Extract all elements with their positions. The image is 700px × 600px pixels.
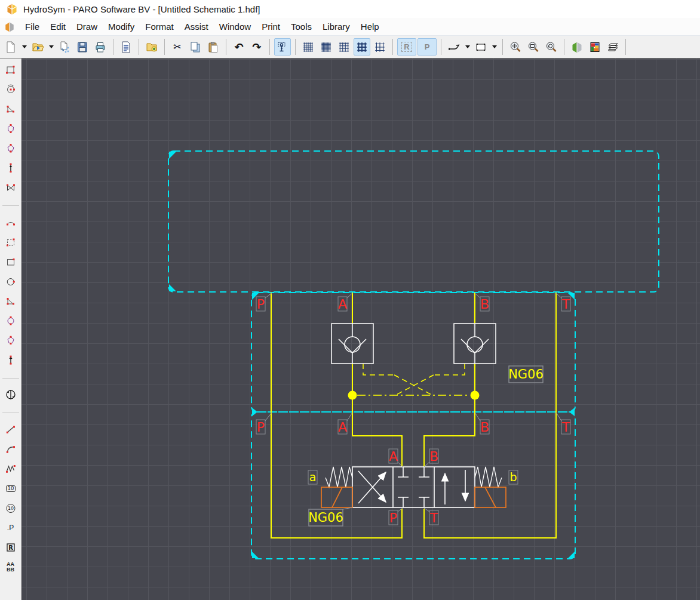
menu-draw[interactable]: Draw (71, 19, 103, 34)
snap-toggle-button[interactable] (274, 38, 291, 56)
layers-icon (606, 41, 619, 54)
grid-density-1-button[interactable] (300, 38, 317, 56)
grid-density-5-button[interactable] (372, 38, 388, 56)
menu-modify[interactable]: Modify (103, 19, 140, 34)
menu-file[interactable]: File (20, 19, 45, 34)
port-label-p-upper[interactable]: P (256, 297, 265, 312)
junction-dot-b[interactable] (471, 391, 480, 400)
menu-help[interactable]: Help (355, 19, 385, 34)
grid-density-3-button[interactable] (336, 38, 352, 56)
reference-label-icon: R (401, 42, 412, 52)
save-button[interactable] (74, 38, 91, 56)
menu-assist[interactable]: Assist (179, 19, 214, 34)
schematic-canvas[interactable]: P A B T P A (22, 59, 700, 600)
preview-button[interactable] (118, 38, 134, 56)
port-label-b-upper[interactable]: B (480, 297, 489, 312)
port-label-a-lower[interactable]: A (338, 420, 347, 435)
line-draw-button[interactable] (446, 38, 462, 56)
open-button[interactable] (29, 38, 46, 56)
draw-stub2-button[interactable] (1, 351, 20, 369)
grid-density-4-button[interactable] (354, 38, 370, 56)
port-toggle-button[interactable]: P (417, 38, 437, 56)
layers-button[interactable] (604, 38, 621, 56)
pilot-lines[interactable] (357, 364, 470, 395)
port-label-b-lower[interactable]: B (480, 420, 489, 435)
select-rect-button[interactable] (472, 38, 489, 56)
check-valve-module-outline[interactable] (251, 293, 575, 412)
toolbar-separator (392, 39, 393, 55)
port-label-t-lower[interactable]: T (561, 420, 570, 435)
ng06-label-valve[interactable]: NG06 (308, 509, 343, 526)
draw-line-button[interactable] (1, 420, 20, 438)
draw-triangle2-button[interactable] (1, 292, 20, 310)
valve-port-label-a[interactable]: A (389, 449, 398, 464)
zoom-previous-button[interactable] (543, 38, 560, 56)
copy-button[interactable] (187, 38, 204, 56)
line-dropdown-button[interactable] (463, 38, 472, 56)
number-box-tool-button[interactable]: 10 (1, 479, 20, 497)
redo-button[interactable]: ↷ (248, 38, 265, 56)
new-document-button[interactable] (2, 38, 19, 56)
draw-circle2-button[interactable] (1, 272, 20, 290)
draw-spring-button[interactable] (1, 460, 20, 478)
number-circle-tool-button[interactable]: 10 (1, 499, 20, 517)
draw-polygon-a-button[interactable] (1, 119, 20, 137)
solenoid-b-label[interactable]: b (509, 470, 518, 484)
solenoid-a-label[interactable]: a (308, 470, 317, 484)
valve-port-label-p[interactable]: P (389, 510, 398, 525)
zoom-extents-button[interactable] (507, 38, 524, 56)
undo-button[interactable]: ↶ (231, 38, 247, 56)
valve-module-outline[interactable] (251, 412, 575, 559)
zoom-window-button[interactable] (525, 38, 542, 56)
reference-toggle-button[interactable]: R (397, 38, 416, 56)
check-valve-left[interactable] (331, 324, 373, 364)
menu-print[interactable]: Print (256, 19, 285, 34)
draw-curve-button[interactable] (1, 440, 20, 458)
new-dropdown-button[interactable] (20, 38, 29, 56)
directional-valve[interactable] (321, 467, 506, 507)
grid-density-2-button[interactable] (318, 38, 334, 56)
manifold-top-outline[interactable] (168, 151, 659, 292)
wire-p-supply[interactable] (271, 293, 402, 538)
wire-t-return[interactable] (424, 293, 556, 538)
draw-circle-handles-button[interactable] (1, 80, 20, 98)
menu-window[interactable]: Window (214, 19, 256, 34)
draw-polygon-b-button[interactable] (1, 139, 20, 157)
draw-port-stub-button[interactable] (1, 159, 20, 177)
menu-format[interactable]: Format (140, 19, 179, 34)
paste-button[interactable] (205, 38, 222, 56)
port-label-tool-button[interactable]: .P (1, 519, 20, 537)
draw-polygon-d-button[interactable] (1, 331, 20, 349)
reference-label-tool-button[interactable]: R (1, 539, 20, 556)
draw-rect2-button[interactable] (1, 253, 20, 270)
port-label-p-lower[interactable]: P (256, 420, 265, 435)
draw-triangle-handles-button[interactable] (1, 100, 20, 118)
draw-dashed-rect-button[interactable] (1, 233, 20, 251)
save-special-button[interactable] (56, 38, 73, 56)
print-button[interactable] (92, 38, 109, 56)
select-dropdown-button[interactable] (490, 38, 499, 56)
color-palette-button[interactable] (587, 38, 603, 56)
open-dropdown-button[interactable] (47, 38, 56, 56)
ng06-label-checkblock[interactable]: NG06 (508, 366, 544, 383)
draw-valve-bowtie-button[interactable] (1, 179, 20, 196)
solenoid-a[interactable] (321, 487, 352, 507)
solenoid-b[interactable] (475, 487, 506, 507)
draw-rect-handles-button[interactable] (1, 60, 20, 78)
draw-arc-button[interactable] (1, 213, 20, 231)
check-valve-right[interactable] (454, 324, 496, 364)
hydrolib-button[interactable] (569, 38, 585, 56)
menu-tools[interactable]: Tools (285, 19, 317, 34)
valve-port-label-t[interactable]: T (429, 510, 438, 525)
port-label-a-upper[interactable]: A (338, 297, 347, 312)
cut-button[interactable]: ✂ (169, 38, 186, 56)
text-tool-button[interactable]: AABB (1, 558, 20, 576)
menu-library[interactable]: Library (317, 19, 355, 34)
draw-polygon-c-button[interactable] (1, 312, 20, 330)
flip-mirror-button[interactable] (1, 386, 20, 404)
menu-edit[interactable]: Edit (45, 19, 71, 34)
add-library-button[interactable] (143, 38, 160, 56)
valve-port-label-b[interactable]: B (429, 449, 438, 464)
port-label-t-upper[interactable]: T (561, 297, 570, 312)
junction-dot-a[interactable] (348, 391, 357, 400)
